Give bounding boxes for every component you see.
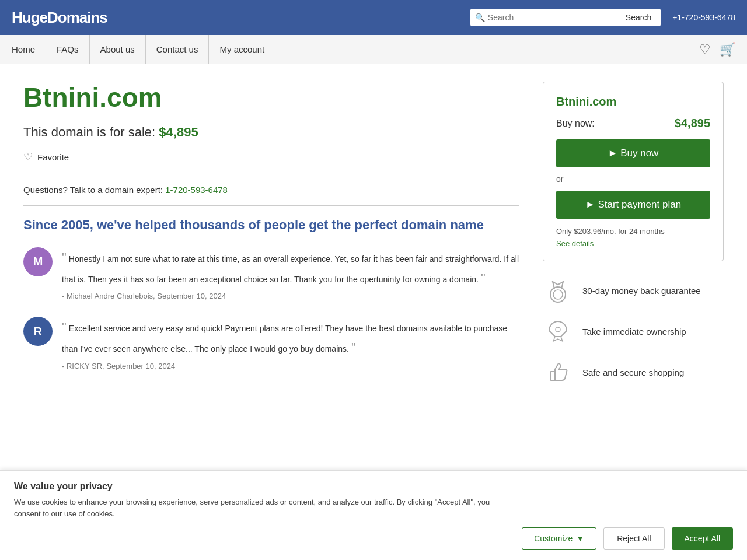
search-input[interactable] — [470, 9, 616, 26]
header-right: 🔍 Search +1-720-593-6478 — [470, 9, 735, 26]
sidebar: Btnini.com Buy now: $4,895 ► Buy now or … — [543, 82, 724, 387]
quote-close-1: " — [481, 271, 486, 285]
avatar-m: M — [23, 247, 53, 276]
expert-prefix: Questions? Talk to a domain expert: — [23, 185, 163, 195]
trust-label-secure: Safe and secure shopping — [582, 368, 684, 377]
monthly-text: Only $203.96/mo. for 24 months — [556, 227, 710, 236]
divider-1 — [23, 174, 519, 174]
purchase-domain: Btnini.com — [556, 95, 710, 108]
expert-phone[interactable]: 1-720-593-6478 — [165, 185, 228, 195]
wishlist-icon[interactable]: ♡ — [699, 42, 711, 57]
svg-point-2 — [556, 327, 560, 332]
nav-item-account[interactable]: My account — [209, 35, 275, 64]
or-text: or — [556, 174, 710, 184]
review-text-2: "Excellent service and very easy and qui… — [62, 317, 519, 358]
favorite-row[interactable]: ♡ Favorite — [23, 150, 519, 163]
search-icon: 🔍 — [475, 13, 485, 22]
expert-line: Questions? Talk to a domain expert: 1-72… — [23, 185, 519, 195]
favorite-label: Favorite — [37, 152, 69, 162]
purchase-box: Btnini.com Buy now: $4,895 ► Buy now or … — [543, 82, 724, 261]
rocket-icon — [543, 316, 573, 346]
quote-open-1: " — [62, 250, 67, 265]
see-details-link[interactable]: See details — [556, 239, 710, 248]
trust-item-ownership: Take immediate ownership — [543, 316, 724, 346]
avatar-r: R — [23, 317, 53, 346]
quote-close-2: " — [351, 340, 356, 355]
nav-item-about[interactable]: About us — [90, 35, 146, 64]
trust-items: 30-day money back guarantee Take immedia… — [543, 275, 724, 387]
buy-now-button[interactable]: ► Buy now — [556, 139, 710, 167]
buy-now-label: Buy now: — [556, 118, 595, 129]
trust-label-guarantee: 30-day money back guarantee — [582, 286, 701, 296]
header-phone: +1-720-593-6478 — [672, 13, 735, 22]
svg-point-1 — [553, 290, 563, 299]
thumbsup-icon — [543, 357, 573, 387]
sale-line: This domain is for sale: $4,895 — [23, 125, 519, 140]
review-body-2: "Excellent service and very easy and qui… — [62, 317, 519, 370]
review-2: R "Excellent service and very easy and q… — [23, 317, 519, 370]
review-1: M "Honestly I am not sure what to rate a… — [23, 247, 519, 300]
payment-plan-button[interactable]: ► Start payment plan — [556, 191, 710, 219]
main-content: Btnini.com This domain is for sale: $4,8… — [12, 64, 735, 405]
svg-point-0 — [550, 287, 566, 302]
nav-item-faqs[interactable]: FAQs — [46, 35, 90, 64]
heart-icon: ♡ — [23, 150, 33, 163]
nav-item-home[interactable]: Home — [12, 35, 46, 64]
section-title: Since 2005, we've helped thousands of pe… — [23, 216, 519, 235]
trust-item-guarantee: 30-day money back guarantee — [543, 275, 724, 306]
header: HugeDomains 🔍 Search +1-720-593-6478 — [0, 0, 747, 35]
domain-title: Btnini.com — [23, 82, 519, 113]
sale-prefix: This domain is for sale: — [23, 125, 155, 139]
svg-rect-3 — [550, 372, 554, 380]
price-row: Buy now: $4,895 — [556, 117, 710, 130]
quote-open-2: " — [62, 320, 67, 334]
review-author-2: - RICKY SR, September 10, 2024 — [62, 362, 519, 370]
review-author-1: - Michael Andre Charlebois, September 10… — [62, 292, 519, 300]
search-wrap: 🔍 Search — [470, 9, 661, 26]
nav-icons: ♡ 🛒 — [699, 42, 735, 57]
logo: HugeDomains — [12, 9, 107, 27]
trust-item-secure: Safe and secure shopping — [543, 357, 724, 387]
purchase-price: $4,895 — [675, 117, 710, 130]
content-area: Btnini.com This domain is for sale: $4,8… — [23, 82, 519, 387]
search-button[interactable]: Search — [616, 9, 661, 26]
divider-2 — [23, 205, 519, 206]
medal-icon — [543, 275, 573, 306]
sale-price: $4,895 — [159, 125, 198, 139]
nav-item-contact[interactable]: Contact us — [146, 35, 210, 64]
cart-icon[interactable]: 🛒 — [720, 42, 735, 57]
nav: Home FAQs About us Contact us My account… — [0, 35, 747, 64]
trust-label-ownership: Take immediate ownership — [582, 327, 686, 337]
review-body-1: "Honestly I am not sure what to rate at … — [62, 247, 519, 300]
review-text-1: "Honestly I am not sure what to rate at … — [62, 247, 519, 288]
